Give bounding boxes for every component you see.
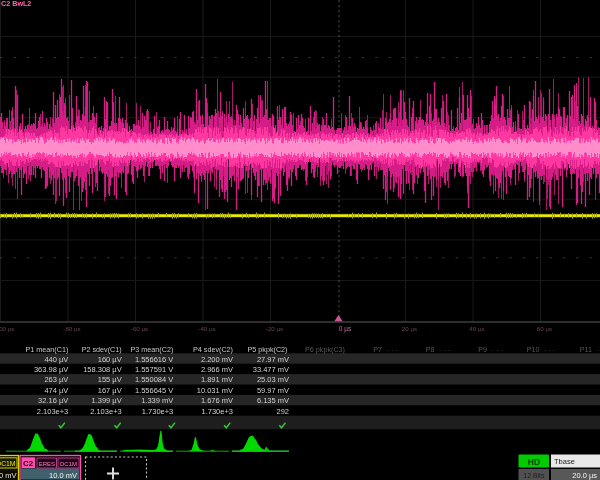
svg-text:- - -: - - - xyxy=(439,345,451,354)
svg-text:-100 µs: -100 µs xyxy=(0,325,14,332)
svg-text:59.97 mV: 59.97 mV xyxy=(257,386,289,395)
svg-text:1.339 mV: 1.339 mV xyxy=(141,396,173,405)
svg-text:263 µV: 263 µV xyxy=(44,375,68,384)
svg-text:-60 µs: -60 µs xyxy=(131,325,148,332)
svg-text:2.200 mV: 2.200 mV xyxy=(201,355,233,364)
svg-text:- - -: - - - xyxy=(387,345,399,354)
svg-text:2.103e+3: 2.103e+3 xyxy=(90,407,122,416)
svg-text:HD: HD xyxy=(528,457,540,467)
svg-text:440 µV: 440 µV xyxy=(44,355,68,364)
svg-text:160 µV: 160 µV xyxy=(98,355,122,364)
svg-text:158.308 µV: 158.308 µV xyxy=(83,365,122,374)
svg-text:363.98 µV: 363.98 µV xyxy=(34,365,68,374)
svg-text:10.0 mV: 10.0 mV xyxy=(49,471,77,480)
svg-text:10.031 mV: 10.031 mV xyxy=(197,386,233,395)
svg-text:P8: P8 xyxy=(426,345,435,354)
svg-text:- - -: - - - xyxy=(492,345,504,354)
svg-text:- - -: - - - xyxy=(544,345,556,354)
svg-text:1.556616 V: 1.556616 V xyxy=(135,355,173,364)
svg-text:1.891 mV: 1.891 mV xyxy=(201,375,233,384)
svg-text:DC1M: DC1M xyxy=(60,461,77,467)
svg-text:-40 µs: -40 µs xyxy=(198,325,215,332)
svg-text:12 Bits: 12 Bits xyxy=(524,472,545,479)
svg-text:6.135 mV: 6.135 mV xyxy=(257,396,289,405)
svg-text:2.966 mV: 2.966 mV xyxy=(201,365,233,374)
svg-text:-20 µs: -20 µs xyxy=(266,325,283,332)
svg-text:1.730e+3: 1.730e+3 xyxy=(142,407,174,416)
svg-text:474 µV: 474 µV xyxy=(44,386,68,395)
svg-text:2.103e+3: 2.103e+3 xyxy=(37,407,69,416)
svg-text:C2 BwL2: C2 BwL2 xyxy=(1,0,31,8)
svg-text:P11: P11 xyxy=(580,345,592,354)
svg-text:60 µs: 60 µs xyxy=(537,325,552,332)
svg-text:P7: P7 xyxy=(373,345,382,354)
svg-text:20.0 µs: 20.0 µs xyxy=(572,471,597,480)
svg-text:20.0 mV: 20.0 mV xyxy=(0,471,17,480)
svg-text:25.03 mV: 25.03 mV xyxy=(257,375,289,384)
svg-text:0 µs: 0 µs xyxy=(339,325,352,333)
svg-text:33.477 mV: 33.477 mV xyxy=(253,365,289,374)
svg-text:1.557591 V: 1.557591 V xyxy=(135,365,173,374)
svg-text:32.16 µV: 32.16 µV xyxy=(38,396,68,405)
svg-text:P1 mean(C1): P1 mean(C1) xyxy=(26,345,69,354)
svg-text:DC1M: DC1M xyxy=(0,460,16,467)
svg-text:1.556645 V: 1.556645 V xyxy=(135,386,173,395)
svg-text:155 µV: 155 µV xyxy=(98,375,122,384)
svg-text:P3 mean(C2): P3 mean(C2) xyxy=(131,345,174,354)
svg-text:P9: P9 xyxy=(478,345,487,354)
svg-text:P5 pkpk(C2): P5 pkpk(C2) xyxy=(248,345,288,354)
svg-text:Tbase: Tbase xyxy=(554,457,575,466)
svg-text:P10: P10 xyxy=(527,345,540,354)
svg-text:167 µV: 167 µV xyxy=(98,386,122,395)
svg-text:1.399 µV: 1.399 µV xyxy=(92,396,122,405)
svg-text:P6 pkpk(C3): P6 pkpk(C3) xyxy=(305,345,345,354)
svg-text:40 µs: 40 µs xyxy=(469,325,484,332)
svg-text:C2: C2 xyxy=(23,459,34,468)
svg-text:27.97 mV: 27.97 mV xyxy=(257,355,289,364)
svg-text:292: 292 xyxy=(276,407,289,416)
svg-text:1.550084 V: 1.550084 V xyxy=(135,375,173,384)
svg-text:-80 µs: -80 µs xyxy=(63,325,80,332)
svg-text:1.730e+3: 1.730e+3 xyxy=(202,407,234,416)
svg-text:P4 sdev(C2): P4 sdev(C2) xyxy=(193,345,233,354)
svg-text:20 µs: 20 µs xyxy=(402,325,417,332)
svg-text:P2 sdev(C1): P2 sdev(C1) xyxy=(82,345,122,354)
svg-text:1.676 mV: 1.676 mV xyxy=(201,396,233,405)
svg-text:ERES: ERES xyxy=(39,461,55,467)
